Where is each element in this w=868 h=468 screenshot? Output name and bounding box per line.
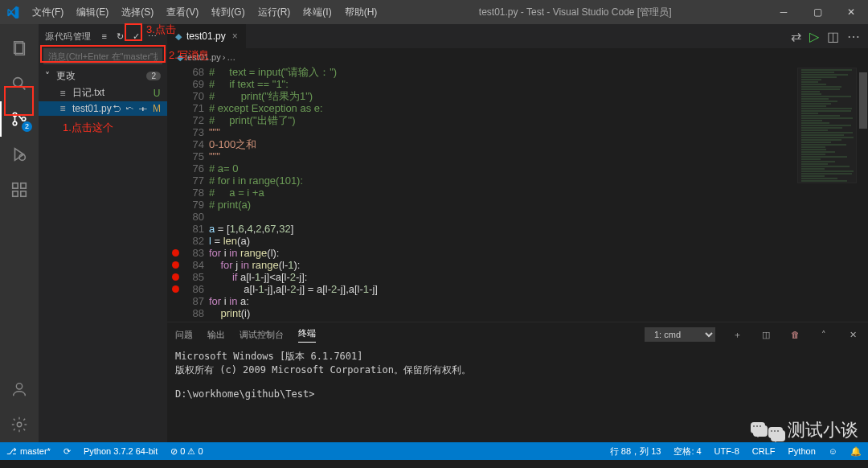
problems-status[interactable]: ⊘ 0 ⚠ 0 [164,446,209,457]
commit-message-box[interactable] [43,48,162,64]
file-actions[interactable]: ⮌ ⤺ ＋ [113,104,148,113]
commit-button[interactable]: ✓ [129,31,145,42]
encoding[interactable]: UTF-8 [708,446,746,456]
new-terminal-icon[interactable]: ＋ [730,329,744,341]
git-branch[interactable]: ⎇ master* [0,446,57,457]
refresh-icon[interactable]: ↻ [113,31,129,42]
changed-file[interactable]: ≡日记.txtU [39,84,167,101]
menu-item[interactable]: 终端(I) [297,6,338,19]
editor-tabs: ◆ test01.py × ⇄ ▷ ◫ ⋯ [167,24,868,48]
split-editor-icon[interactable]: ◫ [827,29,839,44]
language-mode[interactable]: Python [782,446,822,456]
svg-rect-7 [13,183,18,188]
kill-terminal-icon[interactable]: 🗑 [788,330,802,339]
terminal[interactable]: Microsoft Windows [版本 6.1.7601] 版权所有 (c)… [167,347,868,442]
file-icon: ≡ [56,88,69,99]
menu-item[interactable]: 编辑(E) [70,6,115,19]
code-editor[interactable]: 6869707172737475767778798081828384858687… [167,66,868,322]
minimize-button[interactable]: ─ [767,0,800,24]
notifications-icon[interactable]: 🔔 [844,446,868,457]
scm-badge: 2 [22,121,32,132]
svg-rect-9 [21,191,26,196]
run-icon[interactable]: ▷ [809,29,819,44]
source-control-icon[interactable]: 2 [0,101,39,137]
indentation[interactable]: 空格: 4 [667,445,707,458]
status-bar: ⎇ master* ⟳ Python 3.7.2 64-bit ⊘ 0 ⚠ 0 … [0,442,868,460]
cursor-position[interactable]: 行 88，列 13 [604,445,668,458]
commit-message-input[interactable] [43,48,162,64]
python-file-icon: ◆ [175,31,182,42]
menu-item[interactable]: 文件(F) [26,6,70,19]
changes-list: ≡日记.txtU≡test01.py⮌ ⤺ ＋M [39,84,167,116]
titlebar: 文件(F)编辑(E)选择(S)查看(V)转到(G)运行(R)终端(I)帮助(H)… [0,0,868,24]
panel-tab[interactable]: 终端 [298,327,316,343]
svg-point-4 [13,121,17,125]
search-icon[interactable] [0,66,39,101]
changed-file[interactable]: ≡test01.py⮌ ⤺ ＋M [39,101,167,116]
close-button[interactable]: ✕ [834,0,868,24]
changes-section[interactable]: ˅ 更改 2 [39,68,167,84]
python-env[interactable]: Python 3.7.2 64-bit [77,446,164,456]
svg-point-12 [17,422,22,427]
vscode-logo-icon [0,6,26,18]
svg-rect-10 [21,183,26,188]
explorer-icon[interactable] [0,31,39,66]
eol[interactable]: CRLF [746,446,782,456]
svg-point-11 [16,384,22,389]
activity-bar: 2 [0,24,39,442]
svg-point-5 [22,117,26,121]
breadcrumb[interactable]: ◆ test01.py › … [167,48,868,66]
feedback-icon[interactable]: ☺ [822,446,844,456]
window-title: test01.py - Test - Visual Studio Code [管… [383,6,767,19]
minimap[interactable] [797,68,857,183]
changes-count: 2 [146,72,161,80]
maximize-button[interactable]: ▢ [800,0,834,24]
panel-tab[interactable]: 调试控制台 [240,329,284,341]
account-icon[interactable] [0,372,39,407]
menu-item[interactable]: 查看(V) [160,6,205,19]
menu-item[interactable]: 选择(S) [115,6,160,19]
main-menu: 文件(F)编辑(E)选择(S)查看(V)转到(G)运行(R)终端(I)帮助(H) [26,6,383,19]
compare-changes-icon[interactable]: ⇄ [791,29,801,44]
file-status: M [151,103,162,114]
menu-item[interactable]: 转到(G) [205,6,251,19]
svg-rect-8 [13,191,18,196]
file-icon: ≡ [56,103,69,114]
panel-tab[interactable]: 问题 [175,329,193,341]
editor-area: ◆ test01.py × ⇄ ▷ ◫ ⋯ ◆ test01.py › … 68… [167,24,868,442]
run-debug-icon[interactable] [0,137,39,172]
more-actions-icon[interactable]: ⋯ [847,29,860,44]
menu-item[interactable]: 运行(R) [252,6,297,19]
chevron-down-icon: ˅ [45,71,56,82]
tab-test01[interactable]: ◆ test01.py × [167,24,247,48]
close-tab-icon[interactable]: × [232,31,238,42]
git-sync[interactable]: ⟳ [57,446,77,457]
close-panel-icon[interactable]: ✕ [845,330,860,340]
terminal-selector[interactable]: 1: cmd [645,327,715,342]
panel-tab[interactable]: 输出 [207,329,225,341]
sidebar-scm: 源代码管理 ≡ ↻ ✓ ⋯ ˅ 更改 2 ≡日记.txtU≡test01.py⮌… [39,24,167,442]
python-file-icon: ◆ [177,52,183,63]
view-tree-icon[interactable]: ≡ [96,31,113,41]
maximize-panel-icon[interactable]: ˄ [817,330,831,340]
more-icon[interactable]: ⋯ [145,31,161,42]
file-status: U [151,88,162,99]
menu-item[interactable]: 帮助(H) [338,6,384,19]
svg-point-2 [14,78,23,87]
extensions-icon[interactable] [0,172,39,207]
gear-icon[interactable] [0,407,39,442]
scrollbar-vertical[interactable] [858,66,868,322]
split-terminal-icon[interactable]: ◫ [759,330,773,340]
sidebar-title: 源代码管理 [45,31,92,43]
panel: 问题输出调试控制台终端 1: cmd ＋ ◫ 🗑 ˄ ✕ Microsoft W… [167,322,868,442]
svg-point-3 [13,113,17,117]
